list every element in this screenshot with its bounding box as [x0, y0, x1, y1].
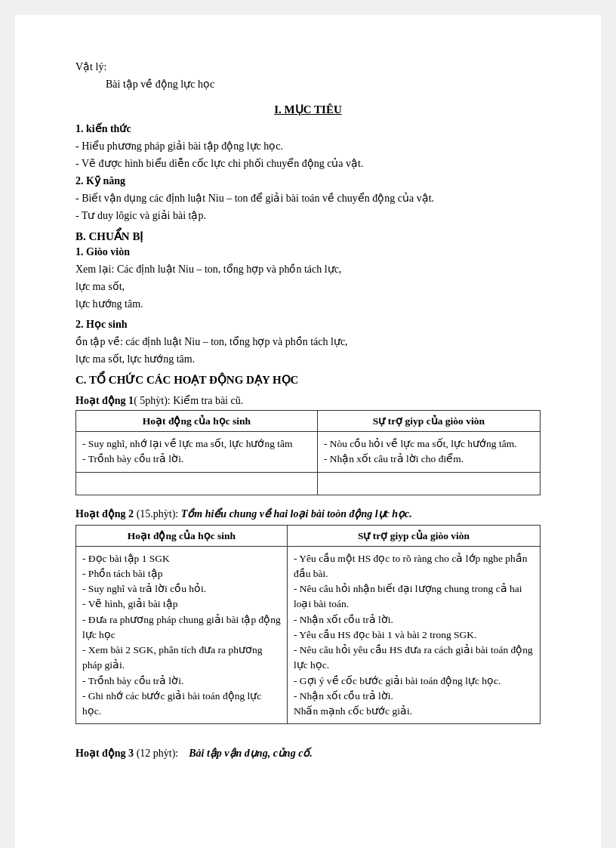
table1-row1-col1: - Suy nghĩ, nhớ lại về lực ma sốt, lực h…	[76, 432, 318, 473]
student-text: ồn tập về: các định luật Niu – ton, tổng…	[75, 334, 541, 350]
lesson-title: Bài tập về động lực học	[106, 78, 541, 91]
skill-item-1: - Biết vận dụng các định luật Niu – ton …	[75, 190, 541, 206]
activity2-label: Hoạt động 2 (15.phỳt): Tồm hiểu chung về…	[75, 507, 541, 520]
table2: Hoạt động của học sinh Sự trợ giyp của g…	[75, 525, 541, 725]
table-row-empty	[76, 472, 541, 495]
table2-col2-header: Sự trợ giyp của giòo viòn	[287, 525, 540, 546]
skill-heading: 2. Kỹ năng	[75, 174, 541, 187]
teacher-heading: 1. Giòo viòn	[75, 246, 541, 258]
skill-item-2: - Tư duy lôgic và giải bài tập.	[75, 208, 541, 224]
table-row: - Suy nghĩ, nhớ lại về lực ma sốt, lực h…	[76, 432, 541, 473]
table1-col2-header: Sự trợ giyp của giòo viòn	[317, 411, 540, 432]
section-b-title: B. CHUẨN BỊ	[75, 230, 541, 243]
activity1-label: Hoạt động 1( 5phỳt): Kiểm tra bài cũ.	[75, 394, 541, 407]
table-row: - Đọc bài tập 1 SGK - Phồn tách bài tập …	[76, 546, 541, 724]
knowledge-item-2: - Vẽ được hình biểu diễn cốc lực chi phố…	[75, 156, 541, 171]
page: Vật lý: Bài tập về động lực học I. MỤC T…	[15, 15, 601, 848]
teacher-item-2: lực hướng tâm.	[75, 296, 541, 312]
section-i-title: I. MỤC TIÊU	[75, 103, 541, 116]
table2-row1-col2: - Yêu cầu một HS đọc to rõ ràng cho cả l…	[287, 546, 540, 724]
table2-col1-header: Hoạt động của học sinh	[76, 525, 288, 546]
teacher-text: Xem lại: Các định luật Niu – ton, tổng h…	[75, 261, 541, 277]
knowledge-item-1: - Hiểu phương pháp giải bài tập động lực…	[75, 138, 541, 154]
section-c-title: C. TỔ CHỨC CÁC HOẠT ĐỘNG DẠY HỌC	[75, 373, 541, 387]
table1-col1-header: Hoạt động của học sinh	[76, 411, 318, 432]
table2-row1-col1: - Đọc bài tập 1 SGK - Phồn tách bài tập …	[76, 546, 288, 724]
table1: Hoạt động của học sinh Sự trợ giyp của g…	[75, 410, 541, 495]
knowledge-heading: 1. kiến thức	[75, 122, 541, 135]
teacher-item-1: lực ma sốt,	[75, 279, 541, 294]
student-heading: 2. Học sinh	[75, 318, 541, 331]
subject-label: Vật lý:	[75, 60, 541, 73]
student-item-1: lực ma sốt, lực hướng tâm.	[75, 351, 541, 367]
activity3-label: Hoạt động 3 (12 phỳt): Bài tập vận dụng,…	[75, 747, 541, 760]
table1-row1-col2: - Nòu cồu hỏi về lực ma sốt, lực hướng t…	[317, 432, 540, 473]
